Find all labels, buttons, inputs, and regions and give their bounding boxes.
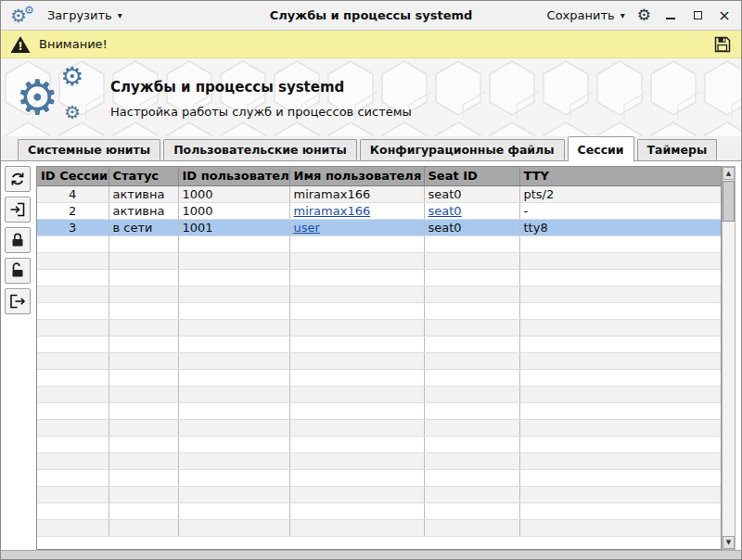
column-header[interactable]: Seat ID	[424, 167, 519, 185]
tab-config-files[interactable]: Конфигурационные файлы	[360, 139, 565, 160]
empty-row	[37, 302, 722, 319]
table-cell: tty8	[519, 219, 722, 235]
scroll-down-button[interactable]: ▼	[723, 536, 735, 549]
page-subtitle: Настройка работы служб и процессов систе…	[110, 105, 412, 119]
table-cell: pts/2	[519, 185, 722, 202]
table-row[interactable]: 3в сети1001userseat0tty8	[37, 219, 722, 235]
banner: ⚙ ⚙ ⚙ Службы и процессы systemd Настройк…	[1, 58, 741, 136]
empty-row	[37, 369, 722, 386]
load-button-label: Загрузить	[47, 8, 112, 22]
tab-timers[interactable]: Таймеры	[637, 139, 718, 160]
minimize-button[interactable]	[663, 7, 678, 24]
session-table-body: 4активна1000miramax166seat0pts/22активна…	[37, 185, 722, 536]
floppy-disk-icon	[713, 35, 732, 54]
login-icon	[9, 201, 26, 218]
table-cell: miramax166	[289, 185, 424, 202]
banner-gears-icon: ⚙ ⚙ ⚙	[16, 62, 105, 133]
maximize-icon	[694, 11, 702, 19]
empty-row	[37, 452, 722, 469]
settings-gear-icon[interactable]: ⚙	[637, 7, 651, 23]
table-row[interactable]: 4активна1000miramax166seat0pts/2	[37, 185, 722, 202]
table-header-row: ID СессииСтатусID пользователяИмя пользо…	[37, 167, 722, 185]
table-cell: в сети	[109, 219, 178, 235]
maximize-button[interactable]	[690, 7, 705, 24]
table-cell: seat0	[424, 219, 519, 235]
table-cell: 3	[37, 219, 109, 235]
table-cell: активна	[109, 202, 178, 219]
save-to-file-button[interactable]	[713, 35, 732, 54]
refresh-icon	[9, 171, 26, 187]
side-toolbar	[5, 166, 31, 314]
table-cell: 4	[37, 185, 109, 202]
empty-row	[37, 352, 722, 369]
activate-session-button[interactable]	[5, 197, 31, 223]
scrollbar-thumb[interactable]	[723, 181, 735, 222]
warning-label: Внимание!	[39, 37, 108, 51]
cell-link[interactable]: user	[294, 221, 320, 235]
load-button[interactable]: Загрузить ▾	[47, 8, 122, 22]
caret-down-icon: ▾	[620, 10, 625, 20]
titlebar: ⚙ ⚙ Загрузить ▾ Службы и процессы system…	[1, 1, 741, 31]
table-cell: seat0	[424, 202, 519, 219]
empty-row	[37, 235, 722, 252]
app-gears-icon[interactable]: ⚙ ⚙	[10, 5, 36, 27]
empty-row	[37, 252, 722, 269]
empty-row	[37, 402, 722, 419]
empty-row	[37, 519, 722, 536]
empty-row	[37, 469, 722, 486]
column-header[interactable]: ID Сессии	[37, 167, 109, 185]
close-button[interactable]: ×	[717, 7, 732, 24]
lock-session-button[interactable]	[5, 227, 31, 253]
table-cell: 2	[37, 202, 109, 219]
table-cell: user	[289, 219, 424, 235]
cell-link[interactable]: seat0	[429, 204, 462, 218]
tab-bar: Системные юнитыПользовательские юнитыКон…	[1, 136, 741, 160]
minimize-icon	[666, 18, 675, 19]
content-area: ID СессииСтатусID пользователяИмя пользо…	[1, 160, 741, 552]
empty-row	[37, 269, 722, 286]
caret-down-icon: ▾	[118, 10, 122, 20]
column-header[interactable]: Статус	[109, 167, 178, 185]
empty-row	[37, 503, 722, 519]
table-cell: активна	[109, 185, 178, 202]
empty-row	[37, 486, 722, 503]
warning-bar: ! Внимание!	[1, 31, 741, 58]
cell-link[interactable]: miramax166	[294, 204, 371, 218]
empty-row	[37, 319, 722, 336]
page-title: Службы и процессы systemd	[110, 79, 344, 95]
terminate-session-button[interactable]	[5, 288, 31, 314]
unlock-icon	[9, 262, 26, 279]
tab-user-units[interactable]: Пользовательские юниты	[163, 139, 357, 160]
table-row[interactable]: 2активна1000miramax166seat0-	[37, 202, 722, 219]
close-icon: ×	[718, 8, 730, 23]
table-cell: 1000	[178, 185, 289, 202]
column-header[interactable]: TTY	[519, 167, 722, 185]
save-button-label: Сохранить	[547, 8, 615, 22]
table-cell: 1000	[178, 202, 289, 219]
table-cell: miramax166	[289, 202, 424, 219]
vertical-scrollbar[interactable]: ▲ ▼	[722, 166, 736, 550]
empty-row	[37, 386, 722, 402]
app-window: ⚙ ⚙ Загрузить ▾ Службы и процессы system…	[0, 0, 742, 560]
save-button[interactable]: Сохранить ▾	[547, 8, 625, 22]
column-header[interactable]: ID пользователя	[178, 167, 289, 185]
table-cell: 1001	[178, 219, 289, 235]
column-header[interactable]: Имя пользователя	[289, 167, 424, 185]
lock-icon	[9, 232, 26, 248]
warning-triangle-icon: !	[10, 35, 31, 54]
table-cell: -	[519, 202, 722, 219]
empty-row	[37, 436, 722, 452]
logout-icon	[9, 293, 26, 310]
hexagon-pattern	[1, 58, 741, 136]
window-footer	[1, 550, 741, 559]
svg-text:!: !	[18, 40, 22, 53]
empty-row	[37, 336, 722, 352]
refresh-button[interactable]	[5, 166, 31, 192]
tab-system-units[interactable]: Системные юниты	[18, 139, 160, 160]
unlock-session-button[interactable]	[5, 258, 31, 284]
table-cell: seat0	[424, 185, 519, 202]
tab-sessions[interactable]: Сессии	[568, 136, 634, 161]
empty-row	[37, 419, 722, 436]
sessions-table: ID СессииСтатусID пользователяИмя пользо…	[36, 166, 722, 550]
scroll-up-button[interactable]: ▲	[723, 167, 735, 180]
